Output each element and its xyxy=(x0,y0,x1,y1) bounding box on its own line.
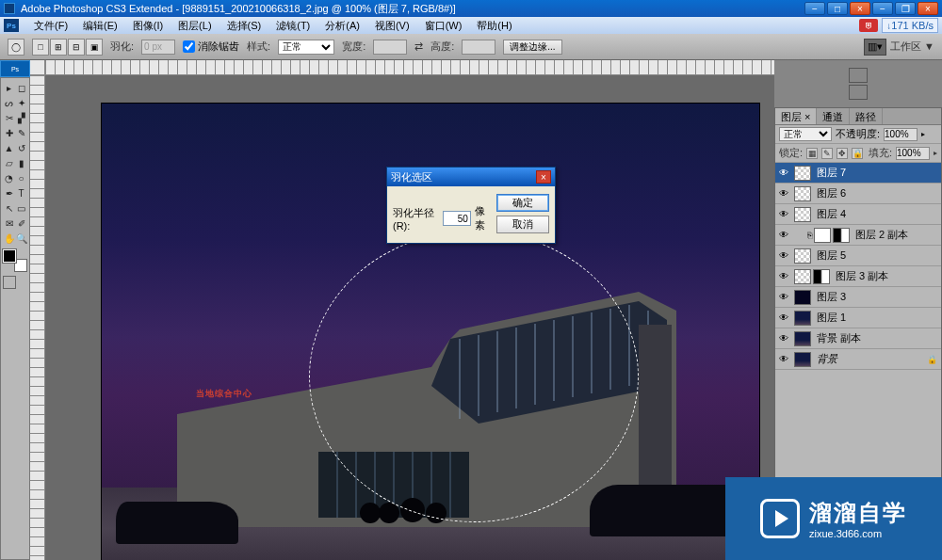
layer-name[interactable]: 背景 xyxy=(813,352,927,366)
ok-button[interactable]: 确定 xyxy=(496,194,549,212)
background-color[interactable] xyxy=(14,259,27,272)
doc-minimize-button[interactable]: − xyxy=(872,2,893,15)
layer-name[interactable]: 图层 3 副本 xyxy=(832,269,941,283)
stamp-tool[interactable]: ▲ xyxy=(3,141,15,154)
layer-row[interactable]: 👁图层 3 xyxy=(775,287,941,308)
fill-arrow-icon[interactable]: ▸ xyxy=(934,149,937,157)
layer-thumb[interactable] xyxy=(794,166,811,181)
dialog-close-button[interactable]: × xyxy=(536,170,551,184)
layer-name[interactable]: 图层 1 xyxy=(813,311,941,325)
fill-input[interactable] xyxy=(896,147,930,160)
layer-row[interactable]: 👁背景 副本 xyxy=(775,328,941,349)
doc-close-button[interactable]: × xyxy=(918,2,938,15)
lasso-tool[interactable]: ᔕ xyxy=(3,96,15,109)
menu-layer[interactable]: 图层(L) xyxy=(171,17,219,35)
layer-thumb[interactable] xyxy=(794,186,811,201)
crop-tool[interactable]: ✂ xyxy=(3,111,15,124)
layer-name[interactable]: 图层 4 xyxy=(813,207,941,221)
selection-intersect-icon[interactable]: ▣ xyxy=(86,39,103,56)
layer-thumb[interactable] xyxy=(794,311,811,326)
eye-icon[interactable]: 👁 xyxy=(775,333,792,344)
menu-image[interactable]: 图像(I) xyxy=(125,17,171,35)
minimize-button[interactable]: − xyxy=(804,2,825,15)
selection-subtract-icon[interactable]: ⊟ xyxy=(68,39,85,56)
eraser-tool[interactable]: ▱ xyxy=(3,156,15,169)
menu-file[interactable]: 文件(F) xyxy=(26,17,75,35)
radius-input[interactable] xyxy=(443,211,471,226)
layer-row[interactable]: 👁⎘图层 2 副本 xyxy=(775,225,941,246)
ruler-horizontal[interactable] xyxy=(45,60,774,75)
layer-name[interactable]: 图层 7 xyxy=(813,166,941,180)
lock-all-icon[interactable]: 🔒 xyxy=(852,148,863,159)
refine-edge-button[interactable]: 调整边缘... xyxy=(503,40,561,55)
eye-icon[interactable]: 👁 xyxy=(775,209,792,219)
layer-thumb[interactable] xyxy=(794,269,811,284)
gradient-tool[interactable]: ▮ xyxy=(15,156,27,169)
path-tool[interactable]: ↖ xyxy=(3,201,15,215)
lock-transparent-icon[interactable]: ▦ xyxy=(806,148,818,159)
antialias-checkbox[interactable]: 消除锯齿 xyxy=(183,40,239,54)
lock-position-icon[interactable]: ✥ xyxy=(836,148,848,159)
layer-thumb[interactable] xyxy=(794,207,811,222)
layer-row[interactable]: 👁图层 5 xyxy=(775,246,941,266)
shape-tool[interactable]: ▭ xyxy=(15,201,27,215)
eye-icon[interactable]: 👁 xyxy=(775,271,792,281)
layer-thumb[interactable] xyxy=(794,352,811,367)
eyedropper-tool[interactable]: ✐ xyxy=(15,216,27,230)
layer-row[interactable]: 👁背景🔒 xyxy=(775,349,941,370)
tab-channels[interactable]: 通道 xyxy=(817,108,850,124)
eye-icon[interactable]: 👁 xyxy=(775,292,792,302)
layer-mask-thumb[interactable] xyxy=(813,269,830,284)
eye-icon[interactable]: 👁 xyxy=(775,188,792,199)
layer-thumb[interactable] xyxy=(814,228,831,243)
close-button[interactable]: × xyxy=(850,2,870,15)
doc-restore-button[interactable]: ❐ xyxy=(895,2,916,15)
menu-edit[interactable]: 编辑(E) xyxy=(75,17,125,35)
menu-view[interactable]: 视图(V) xyxy=(367,17,417,35)
foreground-color[interactable] xyxy=(3,249,16,263)
slice-tool[interactable]: ▞ xyxy=(15,111,27,124)
layer-thumb[interactable] xyxy=(794,290,811,305)
layer-row[interactable]: 👁图层 4 xyxy=(775,204,941,225)
history-brush-tool[interactable]: ↺ xyxy=(15,141,27,154)
menu-filter[interactable]: 滤镜(T) xyxy=(268,17,317,35)
hand-tool[interactable]: ✋ xyxy=(3,232,15,245)
type-tool[interactable]: T xyxy=(15,186,27,200)
maximize-button[interactable]: □ xyxy=(827,2,848,15)
layer-name[interactable]: 图层 6 xyxy=(813,186,941,200)
collapsed-panel-dock[interactable] xyxy=(774,60,942,107)
layer-row[interactable]: 👁图层 6 xyxy=(775,184,941,204)
tab-layers[interactable]: 图层 × xyxy=(775,108,817,124)
color-swatches[interactable] xyxy=(3,249,27,272)
wand-tool[interactable]: ✦ xyxy=(15,96,27,109)
eye-icon[interactable]: 👁 xyxy=(775,312,792,323)
menu-analysis[interactable]: 分析(A) xyxy=(317,17,367,35)
layer-row[interactable]: 👁图层 3 副本 xyxy=(775,266,941,287)
lock-pixels-icon[interactable]: ✎ xyxy=(821,148,833,159)
blend-mode-select[interactable]: 正常 xyxy=(779,127,832,141)
opacity-input[interactable] xyxy=(884,128,918,141)
feather-input[interactable] xyxy=(141,40,175,55)
go-bridge-icon[interactable]: ▥▾ xyxy=(864,39,886,56)
layer-name[interactable]: 图层 5 xyxy=(813,248,941,263)
layer-name[interactable]: 图层 3 xyxy=(813,290,941,304)
style-select[interactable]: 正常 xyxy=(278,40,334,55)
layer-thumb[interactable] xyxy=(794,248,811,264)
eye-icon[interactable]: 👁 xyxy=(775,250,792,261)
layer-name[interactable]: 图层 2 副本 xyxy=(852,228,941,242)
heal-tool[interactable]: ✚ xyxy=(3,126,15,139)
blur-tool[interactable]: ◔ xyxy=(3,171,15,184)
toolbox-tab[interactable]: Ps xyxy=(0,60,30,77)
layer-thumb[interactable] xyxy=(794,331,811,346)
selection-new-icon[interactable]: □ xyxy=(32,39,49,56)
notes-tool[interactable]: ✉ xyxy=(3,216,15,230)
dodge-tool[interactable]: ○ xyxy=(15,171,27,184)
layer-mask-thumb[interactable] xyxy=(833,228,850,243)
zoom-tool[interactable]: 🔍 xyxy=(15,232,27,245)
pen-tool[interactable]: ✒ xyxy=(3,186,15,200)
quick-mask-toggle[interactable] xyxy=(3,276,16,289)
tab-paths[interactable]: 路径 xyxy=(850,108,883,124)
eye-icon[interactable]: 👁 xyxy=(775,230,792,240)
layer-row[interactable]: 👁图层 7 xyxy=(775,163,941,184)
layer-name[interactable]: 背景 副本 xyxy=(813,331,941,345)
